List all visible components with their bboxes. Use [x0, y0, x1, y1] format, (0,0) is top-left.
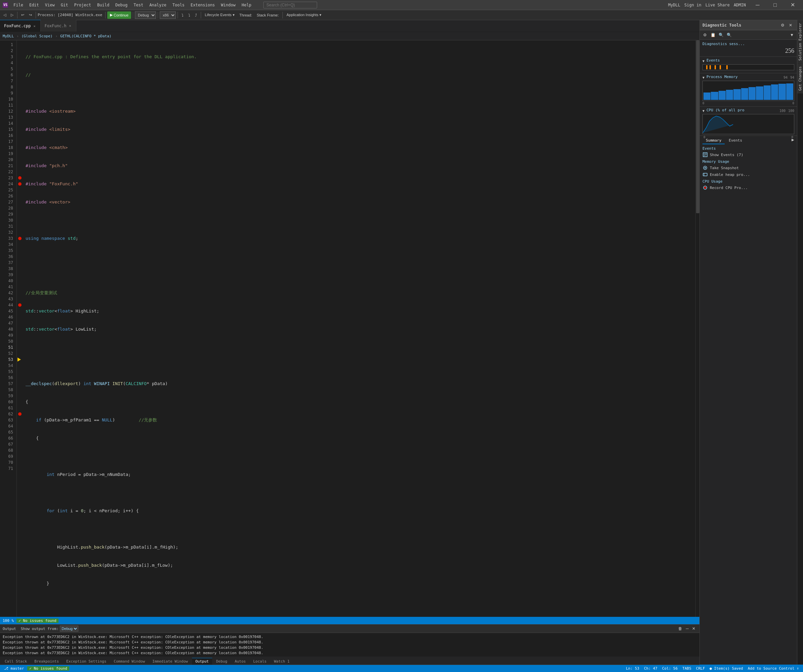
menu-debug[interactable]: Debug — [113, 2, 130, 8]
menu-tools[interactable]: Tools — [170, 2, 187, 8]
breakpoint-24[interactable] — [18, 182, 21, 185]
menu-extensions[interactable]: Extensions — [188, 2, 218, 8]
menu-project[interactable]: Project — [71, 2, 94, 8]
ln-53: 53 — [0, 356, 13, 363]
platform-select[interactable]: x86 — [160, 11, 176, 19]
output-close-btn[interactable]: ✕ — [691, 626, 697, 631]
ln-14: 14 — [0, 120, 13, 127]
diag-settings-btn[interactable]: ⚙ — [779, 21, 786, 29]
snapshot-icon — [702, 165, 708, 171]
thread-btn[interactable]: Thread: — [237, 11, 254, 20]
diag-close-btn[interactable]: ✕ — [787, 21, 794, 29]
nav-global-scope[interactable]: (Global Scope) — [21, 34, 53, 38]
redo-btn[interactable]: ↪ — [27, 11, 34, 20]
breakpoint-33[interactable] — [18, 237, 21, 240]
mem-bar-4 — [726, 90, 733, 100]
tab-cpp-close[interactable]: ✕ — [33, 24, 36, 28]
stack-frame-btn[interactable]: Stack Frame: — [255, 11, 281, 20]
breakpoint-23[interactable] — [18, 176, 21, 180]
live-share-btn[interactable]: Live Share — [705, 3, 730, 7]
heap-icon — [702, 172, 708, 177]
step-out-btn[interactable]: ⤴ — [193, 11, 199, 20]
code-line-1: // FoxFunc.cpp : Defines the entry point… — [26, 54, 693, 60]
tab-foxfunc-cpp[interactable]: FoxFunc.cpp ✕ — [0, 20, 41, 32]
signin-link[interactable]: Sign in — [684, 3, 701, 7]
git-branch[interactable]: ⎇ master — [3, 666, 25, 670]
show-output-label: Show output from: — [21, 626, 59, 631]
mem-bar-5 — [733, 89, 740, 100]
diag-toolbar-btn1[interactable]: ⚙ — [701, 31, 709, 39]
lifecycle-events-btn[interactable]: Lifecycle Events ▾ — [203, 11, 237, 20]
get-changes-tab[interactable]: Get Changes — [797, 63, 803, 93]
output-clear-btn[interactable]: 🗑 — [677, 626, 684, 631]
tab-breakpoints[interactable]: Breakpoints — [31, 658, 62, 665]
tab-debug[interactable]: Debug — [213, 658, 231, 665]
scrollbar-thumb[interactable] — [696, 41, 699, 213]
output-collapse-btn[interactable]: ─ — [684, 626, 690, 631]
code-line-23 — [26, 453, 693, 459]
record-cpu-label[interactable]: Record CPU Pro... — [710, 185, 748, 190]
editor-scrollbar[interactable] — [696, 41, 699, 617]
ln-56: 56 — [0, 375, 13, 381]
undo-btn[interactable]: ↩ — [19, 11, 26, 20]
nav-sep2: › — [55, 34, 57, 38]
tab-command-window[interactable]: Command Window — [110, 658, 148, 665]
menu-test[interactable]: Test — [131, 2, 146, 8]
nav-function[interactable]: GETHL(CALCINFO * pData) — [60, 34, 111, 38]
forward-btn[interactable]: ▷ — [9, 11, 15, 20]
take-snapshot-label[interactable]: Take Snapshot — [710, 166, 739, 170]
tab-output[interactable]: Output — [192, 658, 212, 665]
diag-collapse-btn[interactable]: ▼ — [788, 31, 796, 39]
continue-button[interactable]: ▶ Continue — [107, 11, 131, 19]
title-search-input[interactable] — [263, 2, 317, 8]
debug-mode-select[interactable]: Debug — [135, 11, 156, 19]
menu-window[interactable]: Window — [218, 2, 238, 8]
tab-immediate-window[interactable]: Immediate Window — [149, 658, 191, 665]
memory-values: 94 94 — [783, 76, 794, 80]
code-content[interactable]: // FoxFunc.cpp : Defines the entry point… — [23, 41, 696, 617]
breakpoint-44[interactable] — [18, 303, 21, 307]
ln-18: 18 — [0, 145, 13, 151]
output-source-select[interactable]: Debug — [60, 626, 78, 631]
add-to-source-btn[interactable]: Add to Source Control ↑ — [746, 666, 800, 670]
step-into-btn[interactable]: ⤵ — [186, 11, 192, 20]
close-button[interactable]: ✕ — [785, 0, 800, 10]
memory-collapse-icon[interactable]: ▼ — [702, 76, 707, 80]
menu-edit[interactable]: Edit — [26, 2, 42, 8]
dll-name-label: MyDLL — [668, 3, 680, 7]
tab-locals[interactable]: Locals — [250, 658, 270, 665]
show-events-label[interactable]: Show Events (7) — [710, 153, 743, 157]
menu-file[interactable]: File — [11, 2, 26, 8]
nav-mydll[interactable]: MyDLL — [3, 34, 14, 38]
ln-69: 69 — [0, 453, 13, 459]
menu-help[interactable]: Help — [239, 2, 254, 8]
menu-view[interactable]: View — [42, 2, 57, 8]
app-insights-btn[interactable]: Application Insights ▾ — [284, 11, 323, 20]
menu-analyze[interactable]: Analyze — [146, 2, 169, 8]
current-line-arrow — [18, 358, 21, 361]
tab-watch1[interactable]: Watch 1 — [271, 658, 293, 665]
back-btn[interactable]: ◁ — [2, 11, 8, 20]
minimize-button[interactable]: ─ — [750, 0, 766, 10]
solution-explorer-tab[interactable]: Solution Explorer — [797, 20, 803, 63]
enable-heap-label[interactable]: Enable heap pro... — [710, 172, 750, 177]
diag-toolbar-btn4[interactable]: 🔍 — [725, 31, 733, 39]
events-collapse-icon[interactable]: ▼ — [702, 59, 707, 63]
nav-bar: MyDLL › (Global Scope) › GETHL(CALCINFO … — [0, 32, 699, 41]
diag-toolbar-btn2[interactable]: 📋 — [709, 31, 717, 39]
ln-51: 51 — [0, 344, 13, 350]
tab-call-stack[interactable]: Call Stack — [2, 658, 30, 665]
tab-autos[interactable]: Autos — [231, 658, 249, 665]
tab-exception-settings[interactable]: Exception Settings — [63, 658, 110, 665]
ln-6: 6 — [0, 72, 13, 78]
memory-chart — [702, 81, 794, 101]
breakpoint-62[interactable] — [18, 412, 21, 416]
tab-foxfunc-h[interactable]: FoxFunc.h ✕ — [41, 20, 76, 32]
restore-button[interactable]: □ — [767, 0, 783, 10]
tab-h-close[interactable]: ✕ — [68, 24, 72, 28]
step-over-btn[interactable]: ⤵ — [180, 11, 185, 20]
cpu-collapse-icon[interactable]: ▼ — [702, 109, 707, 113]
menu-git[interactable]: Git — [58, 2, 71, 8]
diag-toolbar-btn3[interactable]: 🔍 — [717, 31, 725, 39]
menu-build[interactable]: Build — [94, 2, 112, 8]
